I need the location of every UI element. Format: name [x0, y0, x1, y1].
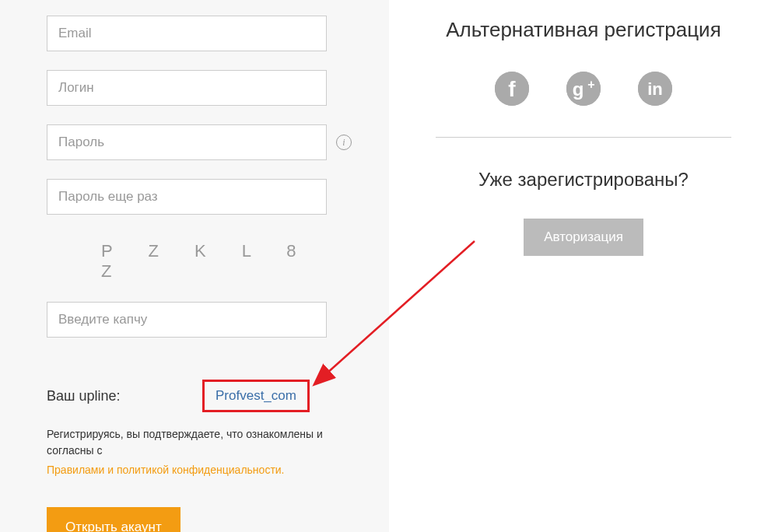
- alternative-panel: Альтернативная регистрация f g+ in Уже з…: [389, 0, 778, 532]
- linkedin-icon[interactable]: in: [638, 72, 672, 106]
- agreement-text: Регистрируясь, вы подтверждаете, что озн…: [47, 426, 358, 459]
- password-input[interactable]: [47, 124, 327, 160]
- registration-form-panel: i P Z K L 8 Z Ваш upline: Profvest_com Р…: [0, 0, 389, 532]
- divider: [436, 137, 731, 138]
- upline-value: Profvest_com: [202, 380, 310, 412]
- agreement-link[interactable]: Правилами и политикой конфиденциальности…: [47, 464, 358, 476]
- facebook-icon[interactable]: f: [495, 72, 529, 106]
- email-input[interactable]: [47, 16, 327, 51]
- svg-text:in: in: [647, 79, 663, 99]
- submit-button[interactable]: Открыть акаунт: [47, 507, 180, 532]
- social-icons-row: f g+ in: [420, 72, 747, 106]
- info-icon[interactable]: i: [336, 135, 352, 150]
- alt-registration-title: Альтернативная регистрация: [420, 16, 747, 44]
- upline-row: Ваш upline: Profvest_com: [47, 380, 358, 412]
- googleplus-icon[interactable]: g+: [566, 72, 601, 106]
- upline-label: Ваш upline:: [47, 388, 202, 404]
- svg-text:g: g: [573, 79, 584, 100]
- svg-text:+: +: [587, 78, 594, 91]
- password-repeat-input[interactable]: [47, 179, 327, 215]
- svg-text:f: f: [508, 77, 516, 101]
- login-button[interactable]: Авторизация: [524, 219, 643, 256]
- login-input[interactable]: [47, 70, 327, 106]
- already-registered-title: Уже зарегистрированы?: [420, 169, 747, 191]
- captcha-input[interactable]: [47, 302, 327, 338]
- captcha-display: P Z K L 8 Z: [101, 241, 358, 282]
- password-row: i: [47, 124, 358, 179]
